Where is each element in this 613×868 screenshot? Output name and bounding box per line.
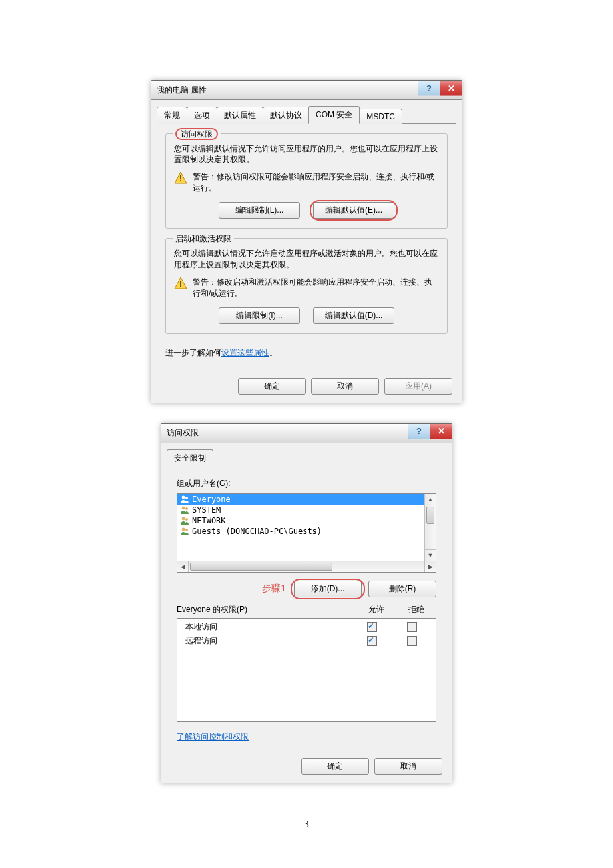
learn-link[interactable]: 设置这些属性	[221, 348, 269, 357]
tabstrip: 常规 选项 默认属性 默认协议 COM 安全 MSDTC	[157, 105, 456, 124]
allow-checkbox[interactable]	[367, 622, 377, 632]
com-security-panel: 访问权限 您可以编辑默认情况下允许访问应用程序的用户。您也可以在应用程序上设置限…	[157, 123, 456, 371]
svg-point-11	[185, 529, 188, 531]
tabstrip: 安全限制	[167, 449, 446, 467]
permission-row: 本地访问	[177, 620, 436, 634]
access-warning-text: 警告：修改访问权限可能会影响应用程序安全启动、连接、执行和/或运行。	[193, 171, 439, 194]
add-button[interactable]: 添加(D)...	[294, 581, 362, 597]
svg-point-8	[182, 517, 185, 520]
learn-more: 进一步了解如何设置这些属性。	[165, 347, 448, 359]
close-button[interactable]: ✕	[430, 424, 452, 439]
permission-name: 远程访问	[181, 635, 352, 647]
permissions-list: 本地访问远程访问	[177, 618, 436, 722]
launch-activation-group: 启动和激活权限 您可以编辑默认情况下允许启动应用程序或激活对象的用户。您也可以在…	[165, 238, 448, 333]
tab-com-security[interactable]: COM 安全	[308, 106, 360, 124]
user-group-icon	[180, 505, 189, 515]
launch-warning-text: 警告：修改启动和激活权限可能会影响应用程序安全启动、连接、执行和/或运行。	[193, 277, 439, 299]
permissions-header: Everyone 的权限(P) 允许 拒绝	[177, 604, 436, 615]
permissions-for-label: Everyone 的权限(P)	[177, 604, 356, 615]
user-group-icon	[180, 495, 189, 504]
close-button[interactable]: ✕	[440, 81, 462, 96]
svg-point-7	[185, 507, 188, 510]
access-desc: 您可以编辑默认情况下允许访问应用程序的用户。您也可以在应用程序上设置限制以决定其…	[174, 143, 439, 165]
access-legend: 访问权限	[173, 129, 221, 140]
launch-desc: 您可以编辑默认情况下允许启动应用程序或激活对象的用户。您也可以在应用程序上设置限…	[174, 248, 439, 269]
window-title: 访问权限	[167, 427, 408, 439]
permission-name: 本地访问	[181, 621, 352, 633]
allow-column: 允许	[356, 604, 396, 615]
learn-prefix: 进一步了解如何	[165, 348, 221, 357]
scroll-left-arrow[interactable]: ◀	[177, 561, 189, 572]
learn-access-control-link[interactable]: 了解访问控制和权限	[177, 732, 249, 741]
vertical-scrollbar[interactable]: ▲ ▼	[424, 494, 436, 561]
svg-point-10	[182, 527, 185, 531]
help-button[interactable]: ?	[408, 424, 430, 439]
security-limits-panel: 组或用户名(G): EveryoneSYSTEMNETWORKGuests (D…	[167, 467, 446, 751]
svg-point-5	[185, 497, 188, 499]
svg-text:!: !	[179, 174, 182, 183]
access-warning: ! 警告：修改访问权限可能会影响应用程序安全启动、连接、执行和/或运行。	[174, 171, 439, 194]
tab-general[interactable]: 常规	[157, 107, 187, 124]
step-annotation: 步骤1	[262, 583, 286, 595]
deny-column: 拒绝	[396, 604, 436, 615]
deny-checkbox[interactable]	[407, 622, 417, 632]
list-item[interactable]: Everyone	[177, 494, 424, 505]
access-legend-highlight: 访问权限	[175, 128, 218, 140]
cancel-button[interactable]: 取消	[311, 378, 379, 395]
horizontal-scrollbar[interactable]: ◀ ▶	[177, 561, 436, 573]
help-button[interactable]: ?	[418, 81, 440, 96]
ok-button[interactable]: 确定	[301, 758, 369, 775]
svg-point-9	[185, 518, 188, 521]
tab-default-properties[interactable]: 默认属性	[217, 107, 263, 124]
list-item-label: NETWORK	[192, 516, 226, 525]
cancel-button[interactable]: 取消	[374, 758, 442, 775]
svg-text:!: !	[179, 279, 182, 289]
ok-button[interactable]: 确定	[238, 378, 306, 395]
warning-icon: !	[174, 277, 187, 290]
users-listbox[interactable]: EveryoneSYSTEMNETWORKGuests (DONGCHAO-PC…	[177, 493, 436, 561]
dialog-footer: 确定 取消 应用(A)	[157, 371, 456, 397]
access-edit-limits-button[interactable]: 编辑限制(L)...	[219, 202, 300, 219]
allow-checkbox[interactable]	[367, 636, 377, 646]
deny-checkbox[interactable]	[407, 636, 417, 646]
launch-warning: ! 警告：修改启动和激活权限可能会影响应用程序安全启动、连接、执行和/或运行。	[174, 277, 439, 299]
list-item[interactable]: Guests (DONGCHAO-PC\Guests)	[177, 526, 424, 537]
page-number: 3	[0, 819, 613, 830]
titlebar[interactable]: 访问权限 ? ✕	[161, 424, 452, 443]
dialog-footer: 确定 取消	[167, 751, 446, 777]
permission-row: 远程访问	[177, 634, 436, 648]
list-item-label: SYSTEM	[192, 505, 221, 515]
tab-default-protocols[interactable]: 默认协议	[263, 107, 309, 124]
scroll-thumb[interactable]	[426, 507, 434, 524]
svg-point-6	[182, 506, 185, 509]
launch-legend: 启动和激活权限	[173, 233, 234, 245]
scroll-thumb[interactable]	[190, 563, 332, 571]
group-users-label: 组或用户名(G):	[177, 478, 436, 489]
launch-edit-limits-button[interactable]: 编辑限制(I)...	[219, 307, 300, 324]
tab-security-limits[interactable]: 安全限制	[167, 449, 213, 467]
tab-options[interactable]: 选项	[187, 107, 217, 124]
remove-button[interactable]: 删除(R)	[368, 581, 436, 597]
apply-button[interactable]: 应用(A)	[384, 378, 452, 395]
learn-suffix: 。	[269, 348, 277, 357]
scroll-up-arrow[interactable]: ▲	[425, 494, 436, 505]
user-group-icon	[180, 516, 189, 525]
list-item-label: Everyone	[192, 495, 231, 504]
scroll-right-arrow[interactable]: ▶	[424, 561, 436, 572]
my-computer-properties-dialog: 我的电脑 属性 ? ✕ 常规 选项 默认属性 默认协议 COM 安全 MSDTC…	[151, 80, 462, 403]
access-permissions-dialog: 访问权限 ? ✕ 安全限制 组或用户名(G): EveryoneSYSTEMNE…	[161, 423, 452, 783]
warning-icon: !	[174, 171, 187, 185]
list-item[interactable]: NETWORK	[177, 515, 424, 526]
access-edit-default-button[interactable]: 编辑默认值(E)...	[313, 202, 394, 219]
scroll-down-arrow[interactable]: ▼	[425, 549, 436, 561]
tab-msdtc[interactable]: MSDTC	[359, 109, 402, 124]
svg-point-4	[182, 495, 185, 499]
list-item[interactable]: SYSTEM	[177, 505, 424, 515]
launch-edit-default-button[interactable]: 编辑默认值(D)...	[313, 307, 394, 324]
access-permissions-group: 访问权限 您可以编辑默认情况下允许访问应用程序的用户。您也可以在应用程序上设置限…	[165, 133, 448, 229]
list-item-label: Guests (DONGCHAO-PC\Guests)	[192, 527, 322, 536]
titlebar[interactable]: 我的电脑 属性 ? ✕	[151, 81, 462, 100]
user-group-icon	[180, 527, 189, 536]
window-title: 我的电脑 属性	[157, 85, 418, 96]
